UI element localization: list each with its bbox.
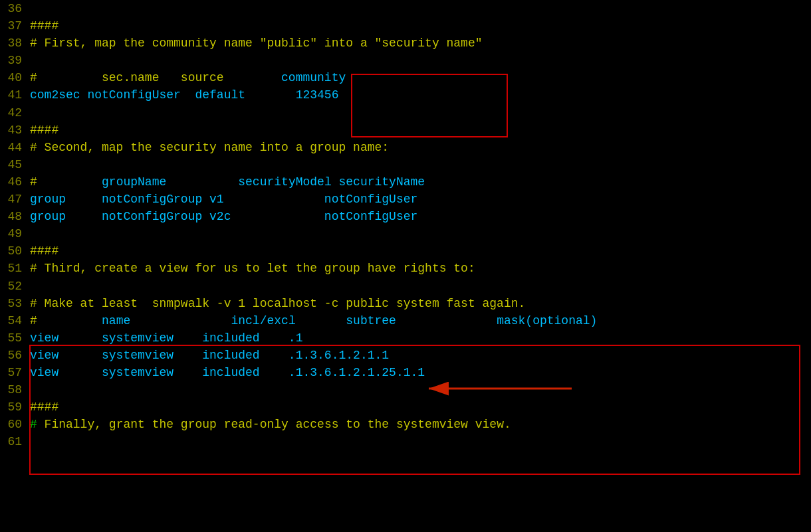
line-39: 39 bbox=[0, 52, 811, 69]
line-num-37: 37 bbox=[0, 17, 30, 35]
line-num-50: 50 bbox=[0, 242, 30, 260]
line-num-45: 45 bbox=[0, 156, 30, 173]
line-42: 42 bbox=[0, 104, 811, 122]
line-num-55: 55 bbox=[0, 329, 30, 347]
line-num-40: 40 bbox=[0, 69, 30, 86]
line-num-42: 42 bbox=[0, 104, 30, 122]
line-num-61: 61 bbox=[0, 433, 30, 450]
line-44: 44 # Second, map the security name into … bbox=[0, 139, 811, 156]
line-num-48: 48 bbox=[0, 208, 30, 225]
line-54: 54 # name incl/excl subtree mask(optiona… bbox=[0, 312, 811, 329]
line-num-56: 56 bbox=[0, 347, 30, 364]
line-55: 55 view systemview included .1 bbox=[0, 329, 811, 347]
line-53: 53 # Make at least snmpwalk -v 1 localho… bbox=[0, 295, 811, 312]
line-num-58: 58 bbox=[0, 381, 30, 399]
line-num-54: 54 bbox=[0, 312, 30, 329]
line-num-38: 38 bbox=[0, 35, 30, 52]
line-num-46: 46 bbox=[0, 173, 30, 191]
line-num-41: 41 bbox=[0, 86, 30, 104]
line-num-43: 43 bbox=[0, 122, 30, 139]
line-num-60: 60 bbox=[0, 416, 30, 433]
line-58: 58 bbox=[0, 381, 811, 399]
line-49: 49 bbox=[0, 225, 811, 242]
line-41: 41 com2sec notConfigUser default 123456 bbox=[0, 86, 811, 104]
line-36: 36 bbox=[0, 0, 811, 17]
line-num-52: 52 bbox=[0, 278, 30, 295]
line-59: 59 #### bbox=[0, 399, 811, 416]
code-editor: 36 37 #### 38 # First, map the community… bbox=[0, 0, 811, 450]
line-52: 52 bbox=[0, 278, 811, 295]
line-num-36: 36 bbox=[0, 0, 30, 17]
line-51: 51 # Third, create a view for us to let … bbox=[0, 260, 811, 277]
line-48: 48 group notConfigGroup v2c notConfigUse… bbox=[0, 208, 811, 225]
line-40: 40 # sec.name source community bbox=[0, 69, 811, 86]
line-num-39: 39 bbox=[0, 52, 30, 69]
line-56: 56 view systemview included .1.3.6.1.2.1… bbox=[0, 347, 811, 364]
line-num-49: 49 bbox=[0, 225, 30, 242]
line-46: 46 # groupName securityModel securityNam… bbox=[0, 173, 811, 191]
line-num-57: 57 bbox=[0, 364, 30, 381]
line-45: 45 bbox=[0, 156, 811, 173]
line-num-53: 53 bbox=[0, 295, 30, 312]
line-num-44: 44 bbox=[0, 139, 30, 156]
line-num-59: 59 bbox=[0, 399, 30, 416]
line-43: 43 #### bbox=[0, 122, 811, 139]
line-50: 50 #### bbox=[0, 242, 811, 260]
line-61: 61 bbox=[0, 433, 811, 450]
line-47: 47 group notConfigGroup v1 notConfigUser bbox=[0, 191, 811, 208]
line-num-47: 47 bbox=[0, 191, 30, 208]
line-num-51: 51 bbox=[0, 260, 30, 277]
line-57: 57 view systemview included .1.3.6.1.2.1… bbox=[0, 364, 811, 381]
line-37: 37 #### bbox=[0, 17, 811, 35]
line-60: 60 # Finally, grant the group read-only … bbox=[0, 416, 811, 433]
line-38: 38 # First, map the community name "publ… bbox=[0, 35, 811, 52]
